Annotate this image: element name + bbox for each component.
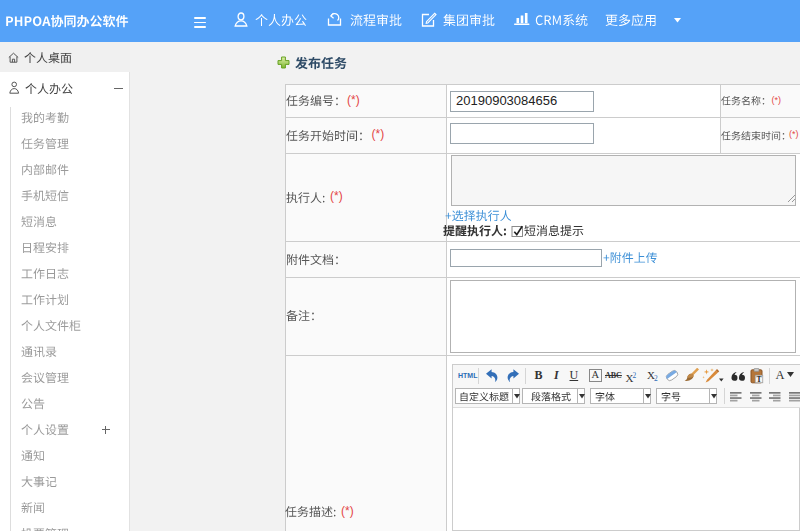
- svg-text:T: T: [756, 374, 761, 383]
